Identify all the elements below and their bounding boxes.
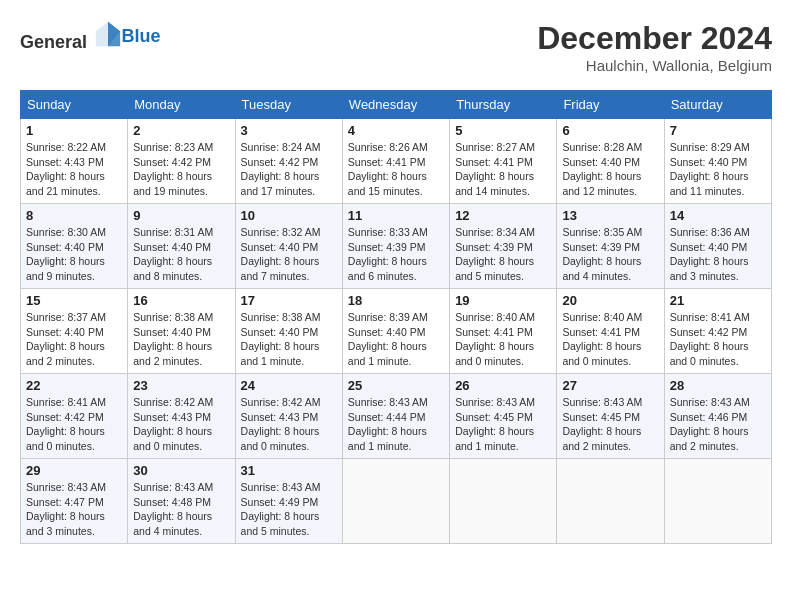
day-number: 7 (670, 123, 766, 138)
day-info: Sunrise: 8:39 AMSunset: 4:40 PMDaylight:… (348, 311, 428, 367)
calendar-day-cell: 13 Sunrise: 8:35 AMSunset: 4:39 PMDaylig… (557, 204, 664, 289)
weekday-header-saturday: Saturday (664, 91, 771, 119)
day-info: Sunrise: 8:35 AMSunset: 4:39 PMDaylight:… (562, 226, 642, 282)
calendar-day-cell: 16 Sunrise: 8:38 AMSunset: 4:40 PMDaylig… (128, 289, 235, 374)
calendar-day-cell: 17 Sunrise: 8:38 AMSunset: 4:40 PMDaylig… (235, 289, 342, 374)
day-number: 9 (133, 208, 229, 223)
calendar-week-row: 29 Sunrise: 8:43 AMSunset: 4:47 PMDaylig… (21, 459, 772, 544)
calendar-day-cell: 29 Sunrise: 8:43 AMSunset: 4:47 PMDaylig… (21, 459, 128, 544)
calendar-day-cell: 27 Sunrise: 8:43 AMSunset: 4:45 PMDaylig… (557, 374, 664, 459)
day-number: 4 (348, 123, 444, 138)
calendar-day-cell: 20 Sunrise: 8:40 AMSunset: 4:41 PMDaylig… (557, 289, 664, 374)
day-info: Sunrise: 8:32 AMSunset: 4:40 PMDaylight:… (241, 226, 321, 282)
calendar-day-cell: 7 Sunrise: 8:29 AMSunset: 4:40 PMDayligh… (664, 119, 771, 204)
calendar-day-cell: 12 Sunrise: 8:34 AMSunset: 4:39 PMDaylig… (450, 204, 557, 289)
calendar-day-cell: 8 Sunrise: 8:30 AMSunset: 4:40 PMDayligh… (21, 204, 128, 289)
weekday-header-sunday: Sunday (21, 91, 128, 119)
calendar-day-cell: 14 Sunrise: 8:36 AMSunset: 4:40 PMDaylig… (664, 204, 771, 289)
day-info: Sunrise: 8:41 AMSunset: 4:42 PMDaylight:… (670, 311, 750, 367)
weekday-header-tuesday: Tuesday (235, 91, 342, 119)
day-info: Sunrise: 8:37 AMSunset: 4:40 PMDaylight:… (26, 311, 106, 367)
calendar-day-cell: 21 Sunrise: 8:41 AMSunset: 4:42 PMDaylig… (664, 289, 771, 374)
day-number: 18 (348, 293, 444, 308)
day-number: 24 (241, 378, 337, 393)
day-number: 27 (562, 378, 658, 393)
day-info: Sunrise: 8:38 AMSunset: 4:40 PMDaylight:… (241, 311, 321, 367)
day-info: Sunrise: 8:42 AMSunset: 4:43 PMDaylight:… (133, 396, 213, 452)
day-number: 30 (133, 463, 229, 478)
day-number: 11 (348, 208, 444, 223)
day-info: Sunrise: 8:43 AMSunset: 4:46 PMDaylight:… (670, 396, 750, 452)
weekday-header-monday: Monday (128, 91, 235, 119)
day-info: Sunrise: 8:22 AMSunset: 4:43 PMDaylight:… (26, 141, 106, 197)
day-number: 20 (562, 293, 658, 308)
calendar-day-cell: 9 Sunrise: 8:31 AMSunset: 4:40 PMDayligh… (128, 204, 235, 289)
calendar-day-cell (664, 459, 771, 544)
calendar-week-row: 15 Sunrise: 8:37 AMSunset: 4:40 PMDaylig… (21, 289, 772, 374)
calendar-day-cell: 5 Sunrise: 8:27 AMSunset: 4:41 PMDayligh… (450, 119, 557, 204)
day-info: Sunrise: 8:41 AMSunset: 4:42 PMDaylight:… (26, 396, 106, 452)
day-info: Sunrise: 8:43 AMSunset: 4:45 PMDaylight:… (562, 396, 642, 452)
day-info: Sunrise: 8:34 AMSunset: 4:39 PMDaylight:… (455, 226, 535, 282)
day-info: Sunrise: 8:31 AMSunset: 4:40 PMDaylight:… (133, 226, 213, 282)
day-number: 14 (670, 208, 766, 223)
calendar-day-cell: 31 Sunrise: 8:43 AMSunset: 4:49 PMDaylig… (235, 459, 342, 544)
calendar-table: SundayMondayTuesdayWednesdayThursdayFrid… (20, 90, 772, 544)
calendar-day-cell: 2 Sunrise: 8:23 AMSunset: 4:42 PMDayligh… (128, 119, 235, 204)
calendar-week-row: 8 Sunrise: 8:30 AMSunset: 4:40 PMDayligh… (21, 204, 772, 289)
calendar-day-cell: 18 Sunrise: 8:39 AMSunset: 4:40 PMDaylig… (342, 289, 449, 374)
day-info: Sunrise: 8:29 AMSunset: 4:40 PMDaylight:… (670, 141, 750, 197)
day-number: 2 (133, 123, 229, 138)
day-number: 21 (670, 293, 766, 308)
calendar-day-cell: 6 Sunrise: 8:28 AMSunset: 4:40 PMDayligh… (557, 119, 664, 204)
day-number: 10 (241, 208, 337, 223)
weekday-header-friday: Friday (557, 91, 664, 119)
calendar-day-cell: 23 Sunrise: 8:42 AMSunset: 4:43 PMDaylig… (128, 374, 235, 459)
calendar-day-cell: 10 Sunrise: 8:32 AMSunset: 4:40 PMDaylig… (235, 204, 342, 289)
calendar-day-cell: 15 Sunrise: 8:37 AMSunset: 4:40 PMDaylig… (21, 289, 128, 374)
day-number: 17 (241, 293, 337, 308)
day-number: 3 (241, 123, 337, 138)
day-info: Sunrise: 8:24 AMSunset: 4:42 PMDaylight:… (241, 141, 321, 197)
calendar-day-cell: 30 Sunrise: 8:43 AMSunset: 4:48 PMDaylig… (128, 459, 235, 544)
logo-icon (94, 20, 122, 48)
svg-marker-2 (108, 22, 120, 46)
calendar-day-cell (342, 459, 449, 544)
day-info: Sunrise: 8:42 AMSunset: 4:43 PMDaylight:… (241, 396, 321, 452)
day-number: 12 (455, 208, 551, 223)
calendar-day-cell: 11 Sunrise: 8:33 AMSunset: 4:39 PMDaylig… (342, 204, 449, 289)
logo-general: General (20, 32, 87, 52)
day-number: 25 (348, 378, 444, 393)
day-number: 28 (670, 378, 766, 393)
day-info: Sunrise: 8:26 AMSunset: 4:41 PMDaylight:… (348, 141, 428, 197)
calendar-day-cell: 4 Sunrise: 8:26 AMSunset: 4:41 PMDayligh… (342, 119, 449, 204)
calendar-day-cell (450, 459, 557, 544)
day-info: Sunrise: 8:38 AMSunset: 4:40 PMDaylight:… (133, 311, 213, 367)
day-number: 29 (26, 463, 122, 478)
day-info: Sunrise: 8:43 AMSunset: 4:44 PMDaylight:… (348, 396, 428, 452)
month-year-title: December 2024 (537, 20, 772, 57)
weekday-header-wednesday: Wednesday (342, 91, 449, 119)
day-info: Sunrise: 8:28 AMSunset: 4:40 PMDaylight:… (562, 141, 642, 197)
day-number: 8 (26, 208, 122, 223)
day-number: 23 (133, 378, 229, 393)
weekday-header-thursday: Thursday (450, 91, 557, 119)
day-number: 13 (562, 208, 658, 223)
calendar-day-cell: 22 Sunrise: 8:41 AMSunset: 4:42 PMDaylig… (21, 374, 128, 459)
calendar-day-cell: 3 Sunrise: 8:24 AMSunset: 4:42 PMDayligh… (235, 119, 342, 204)
calendar-day-cell: 26 Sunrise: 8:43 AMSunset: 4:45 PMDaylig… (450, 374, 557, 459)
calendar-day-cell: 24 Sunrise: 8:42 AMSunset: 4:43 PMDaylig… (235, 374, 342, 459)
day-number: 19 (455, 293, 551, 308)
day-info: Sunrise: 8:33 AMSunset: 4:39 PMDaylight:… (348, 226, 428, 282)
day-info: Sunrise: 8:43 AMSunset: 4:47 PMDaylight:… (26, 481, 106, 537)
day-info: Sunrise: 8:27 AMSunset: 4:41 PMDaylight:… (455, 141, 535, 197)
day-number: 1 (26, 123, 122, 138)
day-number: 31 (241, 463, 337, 478)
logo: General Blue (20, 20, 161, 53)
day-number: 15 (26, 293, 122, 308)
calendar-week-row: 22 Sunrise: 8:41 AMSunset: 4:42 PMDaylig… (21, 374, 772, 459)
calendar-day-cell (557, 459, 664, 544)
day-info: Sunrise: 8:43 AMSunset: 4:48 PMDaylight:… (133, 481, 213, 537)
calendar-day-cell: 25 Sunrise: 8:43 AMSunset: 4:44 PMDaylig… (342, 374, 449, 459)
weekday-header-row: SundayMondayTuesdayWednesdayThursdayFrid… (21, 91, 772, 119)
